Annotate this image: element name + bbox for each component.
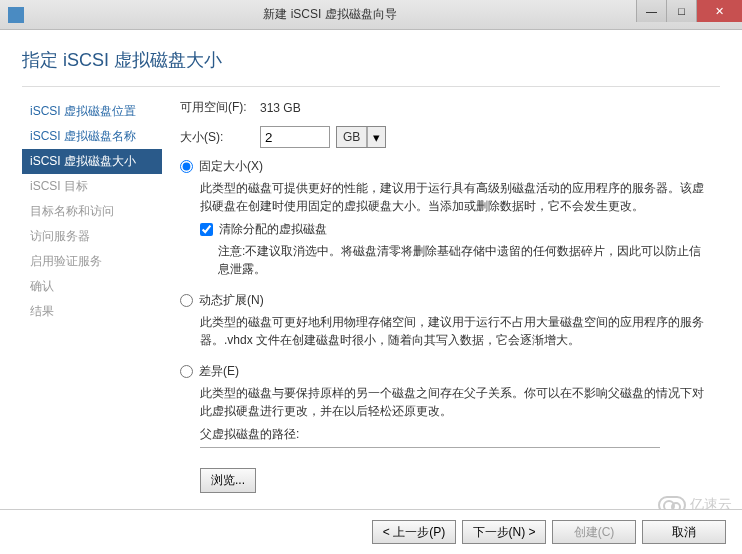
free-space-row: 可用空间(F): 313 GB — [180, 99, 710, 116]
parent-path-label: 父虚拟磁盘的路径: — [200, 426, 710, 443]
content-area: iSCSI 虚拟磁盘位置 iSCSI 虚拟磁盘名称 iSCSI 虚拟磁盘大小 i… — [0, 87, 742, 517]
main-panel: 可用空间(F): 313 GB 大小(S): GB ▾ 固定大小(X) 此类型的… — [162, 95, 742, 517]
cancel-button[interactable]: 取消 — [642, 520, 726, 544]
size-unit-dropdown-button[interactable]: ▾ — [367, 127, 385, 147]
app-icon — [8, 7, 24, 23]
fixed-radio-label[interactable]: 固定大小(X) — [180, 158, 710, 175]
maximize-button[interactable]: □ — [666, 0, 696, 22]
size-unit-value: GB — [337, 127, 367, 147]
option-dynamic: 动态扩展(N) 此类型的磁盘可更好地利用物理存储空间，建议用于运行不占用大量磁盘… — [180, 292, 710, 349]
window-title: 新建 iSCSI 虚拟磁盘向导 — [24, 6, 636, 23]
minimize-button[interactable]: — — [636, 0, 666, 22]
fixed-radio[interactable] — [180, 160, 193, 173]
size-input[interactable] — [260, 126, 330, 148]
option-fixed: 固定大小(X) 此类型的磁盘可提供更好的性能，建议用于运行具有高级别磁盘活动的应… — [180, 158, 710, 278]
sidebar-item-target: iSCSI 目标 — [22, 174, 162, 199]
create-button: 创建(C) — [552, 520, 636, 544]
clear-checkbox[interactable] — [200, 223, 213, 236]
sidebar-item-result: 结果 — [22, 299, 162, 324]
page-title: 指定 iSCSI 虚拟磁盘大小 — [22, 48, 720, 72]
page-header: 指定 iSCSI 虚拟磁盘大小 — [0, 30, 742, 82]
clear-label-text: 清除分配的虚拟磁盘 — [219, 221, 327, 238]
option-diff: 差异(E) 此类型的磁盘与要保持原样的另一个磁盘之间存在父子关系。你可以在不影响… — [180, 363, 710, 493]
sidebar-item-confirm: 确认 — [22, 274, 162, 299]
sidebar-item-name[interactable]: iSCSI 虚拟磁盘名称 — [22, 124, 162, 149]
diff-label-text: 差异(E) — [199, 363, 239, 380]
free-space-value: 313 GB — [260, 101, 301, 115]
prev-button[interactable]: < 上一步(P) — [372, 520, 456, 544]
size-label: 大小(S): — [180, 129, 260, 146]
sidebar-item-access-server: 访问服务器 — [22, 224, 162, 249]
sidebar-item-location[interactable]: iSCSI 虚拟磁盘位置 — [22, 99, 162, 124]
dynamic-radio-label[interactable]: 动态扩展(N) — [180, 292, 710, 309]
parent-path-input — [200, 447, 660, 448]
free-space-label: 可用空间(F): — [180, 99, 260, 116]
size-row: 大小(S): GB ▾ — [180, 126, 710, 148]
fixed-desc: 此类型的磁盘可提供更好的性能，建议用于运行具有高级别磁盘活动的应用程序的服务器。… — [200, 179, 710, 215]
dynamic-desc: 此类型的磁盘可更好地利用物理存储空间，建议用于运行不占用大量磁盘空间的应用程序的… — [200, 313, 710, 349]
titlebar: 新建 iSCSI 虚拟磁盘向导 — □ ✕ — [0, 0, 742, 30]
sidebar-item-auth: 启用验证服务 — [22, 249, 162, 274]
dynamic-label-text: 动态扩展(N) — [199, 292, 264, 309]
browse-button[interactable]: 浏览... — [200, 468, 256, 493]
diff-radio[interactable] — [180, 365, 193, 378]
sidebar-item-target-name: 目标名称和访问 — [22, 199, 162, 224]
close-button[interactable]: ✕ — [696, 0, 742, 22]
diff-desc: 此类型的磁盘与要保持原样的另一个磁盘之间存在父子关系。你可以在不影响父磁盘的情况… — [200, 384, 710, 420]
next-button[interactable]: 下一步(N) > — [462, 520, 546, 544]
wizard-steps-sidebar: iSCSI 虚拟磁盘位置 iSCSI 虚拟磁盘名称 iSCSI 虚拟磁盘大小 i… — [0, 95, 162, 517]
sidebar-item-size[interactable]: iSCSI 虚拟磁盘大小 — [22, 149, 162, 174]
clear-checkbox-label[interactable]: 清除分配的虚拟磁盘 — [200, 221, 710, 238]
window-controls: — □ ✕ — [636, 0, 742, 29]
wizard-footer: < 上一步(P) 下一步(N) > 创建(C) 取消 — [0, 509, 742, 554]
diff-radio-label[interactable]: 差异(E) — [180, 363, 710, 380]
dynamic-radio[interactable] — [180, 294, 193, 307]
clear-desc: 注意:不建议取消选中。将磁盘清零将删除基础存储中遗留的任何数据碎片，因此可以防止… — [218, 242, 710, 278]
size-unit-select[interactable]: GB ▾ — [336, 126, 386, 148]
fixed-label-text: 固定大小(X) — [199, 158, 263, 175]
